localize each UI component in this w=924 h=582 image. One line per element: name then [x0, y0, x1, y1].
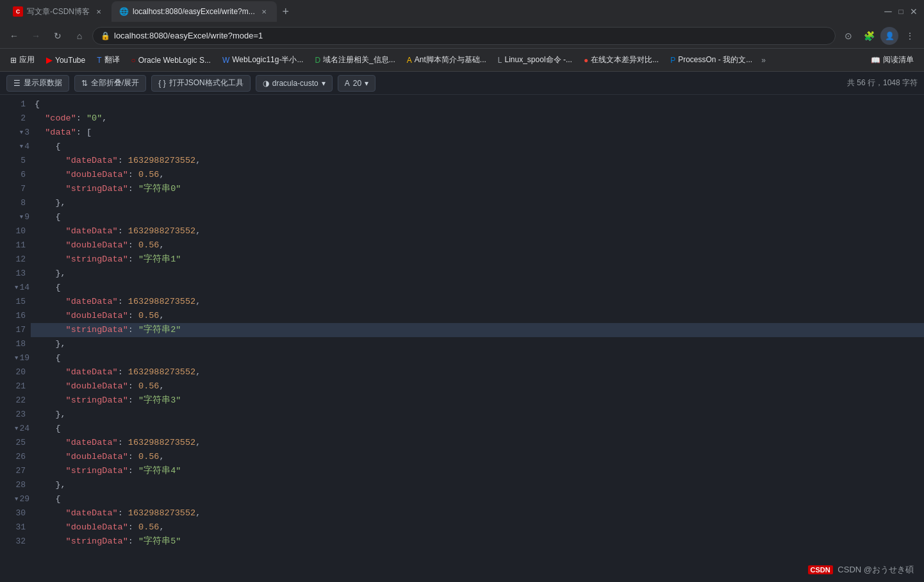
menu-icon[interactable]: ⋮ [901, 27, 919, 45]
fontsize-button[interactable]: A 20 ▾ [338, 75, 375, 92]
code-line-15[interactable]: "dateData": 1632988273552, [31, 295, 924, 309]
code-line-3[interactable]: "data": [ [31, 126, 924, 140]
new-tab-button[interactable]: + [277, 3, 295, 21]
bookmarks-bar: ⊞ 应用 ▶ YouTube T 翻译 ○ Oracle WebLogic S.… [0, 49, 924, 72]
line-number-29: ▼29 [0, 492, 31, 506]
code-line-10[interactable]: "dateData": 1632988273552, [31, 224, 924, 238]
code-line-21[interactable]: "doubleData": 0.56, [31, 379, 924, 394]
code-line-8[interactable]: }, [31, 196, 924, 210]
bookmark-diff[interactable]: ● 在线文本差异对比... [579, 52, 664, 69]
home-button[interactable]: ⌂ [70, 27, 88, 45]
code-line-32[interactable]: "stringData": "字符串5" [31, 535, 924, 549]
close-button[interactable]: ✕ [909, 6, 919, 17]
code-line-24[interactable]: { [31, 422, 924, 436]
bookmark-apps[interactable]: ⊞ 应用 [5, 52, 40, 69]
window-controls: ─ □ ✕ [883, 6, 919, 17]
line-number-11: 11 [0, 238, 31, 253]
tab-close-csdn[interactable]: ✕ [94, 6, 104, 17]
fold-icon: ⇅ [81, 79, 88, 88]
code-line-18[interactable]: }, [31, 337, 924, 351]
line-numbers: 12▼3▼45678▼910111213▼1415161718▼19202122… [0, 95, 31, 582]
line-number-26: 26 [0, 450, 31, 464]
browser-toolbar-right: ⊙ 🧩 👤 ⋮ [839, 27, 919, 45]
bookmark-domain[interactable]: D 域名注册相关_信息... [309, 52, 400, 69]
code-viewer[interactable]: 12▼3▼45678▼910111213▼1415161718▼19202122… [0, 95, 924, 582]
domain-label: 域名注册相关_信息... [323, 54, 395, 65]
minimize-button[interactable]: ─ [883, 6, 893, 17]
watermark-text: CSDN @おうせき碩 [837, 565, 914, 574]
bookmark-linux[interactable]: L Linux_spool命令 -... [493, 52, 577, 69]
bookmark-ant[interactable]: A Ant脚本简介与基础... [402, 52, 491, 69]
theme-button[interactable]: ◑ dracula-custo ▾ [256, 75, 333, 92]
code-line-25[interactable]: "dateData": 1632988273552, [31, 436, 924, 450]
code-line-28[interactable]: }, [31, 478, 924, 492]
ant-label: Ant脚本简介与基础... [415, 54, 486, 65]
json-icon: { } [158, 79, 165, 88]
raw-label: 显示原数据 [24, 78, 62, 88]
code-line-27[interactable]: "stringData": "字符串4" [31, 464, 924, 478]
code-line-1[interactable]: { [31, 97, 924, 112]
tab-json[interactable]: 🌐 localhost:8080/easyExcel/write?m... ✕ [111, 1, 277, 22]
code-line-30[interactable]: "dateData": 1632988273552, [31, 506, 924, 520]
line-number-2: 2 [0, 112, 31, 126]
code-line-13[interactable]: }, [31, 267, 924, 281]
code-line-31[interactable]: "doubleData": 0.56, [31, 520, 924, 535]
tab-close-json[interactable]: ✕ [259, 6, 269, 17]
url-bar[interactable]: 🔒 localhost:8080/easyExcel/write?mode=1 [92, 27, 836, 45]
bookmark-translate[interactable]: T 翻译 [92, 52, 124, 69]
code-line-29[interactable]: { [31, 492, 924, 506]
code-line-5[interactable]: "dateData": 1632988273552, [31, 154, 924, 168]
code-line-6[interactable]: "doubleData": 0.56, [31, 168, 924, 182]
line-number-16: 16 [0, 309, 31, 323]
code-line-9[interactable]: { [31, 210, 924, 224]
back-button[interactable]: ← [5, 27, 23, 45]
code-line-11[interactable]: "doubleData": 0.56, [31, 238, 924, 253]
line-number-9: ▼9 [0, 210, 31, 224]
code-line-4[interactable]: { [31, 140, 924, 154]
code-line-14[interactable]: { [31, 281, 924, 295]
title-bar: C 写文章-CSDN博客 ✕ 🌐 localhost:8080/easyExce… [0, 0, 924, 23]
more-bookmarks[interactable]: » [759, 56, 768, 65]
theme-icon: ◑ [263, 79, 269, 88]
code-line-20[interactable]: "dateData": 1632988273552, [31, 365, 924, 379]
oracle-favicon: ○ [131, 56, 136, 65]
extensions-icon[interactable]: 🧩 [860, 27, 878, 45]
ant-favicon: A [407, 56, 412, 65]
maximize-button[interactable]: □ [896, 6, 906, 17]
code-line-26[interactable]: "doubleData": 0.56, [31, 450, 924, 464]
bookmark-oracle[interactable]: ○ Oracle WebLogic S... [126, 52, 216, 69]
fontsize-dropdown-icon: ▾ [365, 79, 368, 88]
reload-button[interactable]: ↻ [49, 27, 67, 45]
cast-icon[interactable]: ⊙ [839, 27, 857, 45]
code-line-16[interactable]: "doubleData": 0.56, [31, 309, 924, 323]
bookmark-weblogic[interactable]: W WebLogic11g-半小... [217, 52, 309, 69]
tab-csdn[interactable]: C 写文章-CSDN博客 ✕ [5, 1, 111, 22]
bookmark-process[interactable]: P ProcessOn - 我的文... [665, 52, 757, 69]
profile-icon[interactable]: 👤 [880, 27, 898, 45]
json-tool-button[interactable]: { } 打开JSON格式化工具 [151, 75, 250, 92]
code-line-7[interactable]: "stringData": "字符串0" [31, 182, 924, 196]
code-line-19[interactable]: { [31, 351, 924, 365]
code-line-22[interactable]: "stringData": "字符串3" [31, 394, 924, 408]
line-number-6: 6 [0, 168, 31, 182]
bookmark-youtube[interactable]: ▶ YouTube [41, 52, 90, 69]
code-line-12[interactable]: "stringData": "字符串1" [31, 253, 924, 267]
line-number-32: 32 [0, 535, 31, 549]
linux-label: Linux_spool命令 -... [505, 54, 572, 65]
oracle-label: Oracle WebLogic S... [138, 56, 211, 65]
line-number-4: ▼4 [0, 140, 31, 154]
code-line-17[interactable]: "stringData": "字符串2" [31, 323, 924, 337]
reading-list-button[interactable]: 📖 阅读清单 [866, 52, 919, 69]
youtube-label: YouTube [55, 56, 85, 65]
theme-dropdown-icon: ▾ [322, 79, 326, 88]
code-line-2[interactable]: "code": "0", [31, 112, 924, 126]
forward-button[interactable]: → [27, 27, 45, 45]
raw-data-button[interactable]: ☰ 显示原数据 [6, 75, 69, 92]
tab-label-csdn: 写文章-CSDN博客 [27, 6, 90, 17]
csdn-logo: CSDN [808, 565, 833, 574]
line-number-5: 5 [0, 154, 31, 168]
fold-label: 全部折叠/展开 [91, 78, 139, 88]
fold-button[interactable]: ⇅ 全部折叠/展开 [74, 75, 146, 92]
code-line-23[interactable]: }, [31, 408, 924, 422]
tab-bar: C 写文章-CSDN博客 ✕ 🌐 localhost:8080/easyExce… [5, 1, 295, 22]
